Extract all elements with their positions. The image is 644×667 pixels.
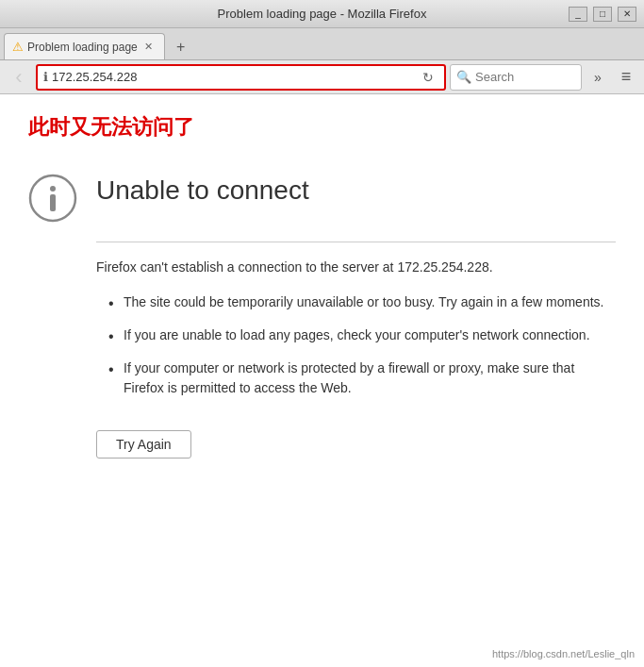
- new-tab-button[interactable]: +: [169, 35, 193, 59]
- minimize-button[interactable]: _: [569, 7, 587, 22]
- error-section: Unable to connect: [28, 170, 616, 223]
- active-tab[interactable]: ⚠ Problem loading page ✕: [4, 33, 165, 59]
- tab-label: Problem loading page: [27, 41, 138, 54]
- window-controls: _ □ ✕: [569, 7, 636, 22]
- address-bar-wrapper[interactable]: ℹ ↻: [36, 64, 446, 91]
- window-titlebar: Problem loading page - Mozilla Firefox _…: [0, 0, 644, 28]
- list-item: The site could be temporarily unavailabl…: [108, 292, 616, 312]
- error-info-icon: [28, 174, 77, 223]
- maximize-button[interactable]: □: [593, 7, 612, 22]
- list-item: If you are unable to load any pages, che…: [108, 325, 616, 345]
- annotation-text: 此时又无法访问了: [28, 113, 616, 142]
- extra-tools-button[interactable]: »: [586, 64, 610, 91]
- search-input[interactable]: [475, 70, 570, 84]
- address-input[interactable]: [52, 70, 414, 84]
- window-title: Problem loading page - Mozilla Firefox: [218, 7, 427, 21]
- back-icon: ‹: [15, 65, 22, 90]
- error-description: Firefox can't establish a connection to …: [96, 258, 616, 277]
- address-info-icon: ℹ: [43, 70, 48, 84]
- nav-bar: ‹ ℹ ↻ 🔍 » ≡: [0, 60, 644, 94]
- try-again-button[interactable]: Try Again: [96, 430, 191, 459]
- menu-button[interactable]: ≡: [614, 64, 638, 91]
- list-item: If your computer or network is protected…: [108, 359, 616, 398]
- error-title: Unable to connect: [96, 175, 309, 206]
- svg-point-1: [50, 186, 56, 192]
- back-button[interactable]: ‹: [6, 64, 32, 91]
- watermark: https://blog.csdn.net/Leslie_qln: [492, 648, 635, 659]
- page-content: 此时又无法访问了 Unable to connect Firefox can't…: [0, 94, 644, 667]
- error-list: The site could be temporarily unavailabl…: [108, 292, 616, 398]
- divider: [96, 242, 616, 242]
- tab-warning-icon: ⚠: [12, 40, 24, 54]
- search-icon: 🔍: [456, 70, 471, 84]
- tab-close-button[interactable]: ✕: [141, 40, 157, 55]
- svg-rect-2: [50, 194, 56, 211]
- close-button[interactable]: ✕: [618, 7, 636, 22]
- search-bar-wrapper[interactable]: 🔍: [450, 64, 582, 91]
- reload-button[interactable]: ↻: [418, 67, 438, 88]
- tab-bar: ⚠ Problem loading page ✕ +: [0, 28, 644, 60]
